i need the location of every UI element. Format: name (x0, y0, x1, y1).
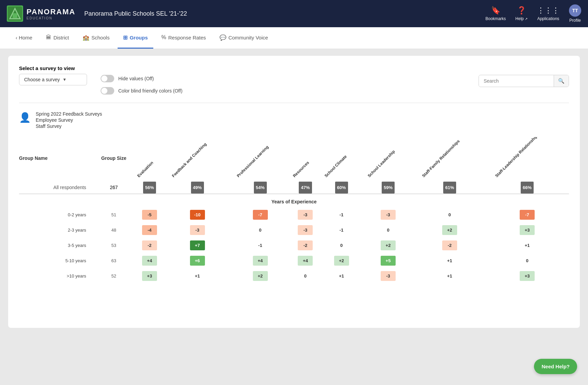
chevron-down-icon: ▼ (63, 77, 67, 82)
cell-5-10-4: +2 (321, 253, 362, 268)
cell-2-3-3: -3 (290, 222, 321, 238)
groups-icon: ⊞ (123, 34, 127, 41)
cell-10p-6: +1 (414, 268, 485, 284)
survey-info-row: 👤 Spring 2022 Feedback Surveys Employee … (19, 111, 569, 129)
hide-values-toggle[interactable] (101, 75, 114, 82)
schools-label: Schools (91, 35, 109, 40)
all-respondents-size: 267 (93, 181, 135, 194)
profile-label: Profile (569, 18, 581, 23)
col-header-group-name: Group Name (19, 137, 93, 181)
help-icon: ❓ (517, 6, 526, 15)
table-row: 5-10 years 63 +4 +6 +4 +4 +2 +5 +1 0 (19, 253, 569, 268)
survey-dropdown-text: Choose a survey (24, 77, 60, 82)
bookmarks-nav-item[interactable]: 🔖 Bookmarks (485, 6, 506, 21)
search-button[interactable]: 🔍 (554, 75, 569, 87)
color-blind-label: Color blind friendly colors (Off) (118, 88, 183, 94)
all-respondents-v4: 60% (321, 181, 362, 194)
cell-10p-3: 0 (290, 268, 321, 284)
help-nav-item[interactable]: ❓ Help ↗ (515, 6, 528, 21)
cell-2-3-7: +3 (485, 222, 569, 238)
cell-10p-1: +1 (165, 268, 230, 284)
cell-5-10-2: +4 (230, 253, 290, 268)
nav-groups[interactable]: ⊞ Groups (118, 27, 153, 49)
top-nav: PANORAMA EDUCATION Panorama Public Schoo… (0, 0, 588, 27)
cell-3-5-4: 0 (321, 238, 362, 253)
school-title: Panorama Public Schools SEL '21-'22 (84, 10, 187, 17)
nav-district[interactable]: 🏛 District (40, 27, 74, 49)
home-label: ‹ Home (16, 35, 32, 40)
table-row: 3-5 years 53 -2 +7 -1 -2 0 +2 -2 +1 (19, 238, 569, 253)
cell-3-5-3: -2 (290, 238, 321, 253)
logo-area: PANORAMA EDUCATION Panorama Public Schoo… (7, 5, 480, 22)
nav-response-rates[interactable]: % Response Rates (156, 27, 211, 49)
nav-community-voice[interactable]: 💬 Community Voice (214, 27, 274, 49)
cell-2-3-5: 0 (362, 222, 414, 238)
nav-home[interactable]: ‹ Home (10, 27, 38, 49)
row-name-5-10: 5-10 years (19, 253, 93, 268)
main-wrapper: Select a survey to view Choose a survey … (0, 49, 588, 335)
cell-10p-4: +1 (321, 268, 362, 284)
all-respondents-v1: 49% (165, 181, 230, 194)
all-respondents-v6: 61% (414, 181, 485, 194)
response-rates-label: Response Rates (168, 35, 206, 40)
row-name-0-2: 0-2 years (19, 207, 93, 222)
survey-info-text: Spring 2022 Feedback Surveys Employee Su… (36, 111, 102, 129)
cell-5-10-1: +6 (165, 253, 230, 268)
survey-line1: Spring 2022 Feedback Surveys (36, 111, 102, 117)
cell-0-2-4: -1 (321, 207, 362, 222)
applications-nav-item[interactable]: ⋮⋮⋮ Applications (537, 6, 559, 21)
col-header-school-leadership: School Leadership (362, 137, 414, 181)
hide-values-label: Hide values (Off) (118, 76, 154, 81)
survey-line2: Employee Survey (36, 117, 102, 123)
logo-icon (7, 5, 23, 22)
bookmarks-label: Bookmarks (485, 16, 506, 21)
all-respondents-v0: 56% (135, 181, 165, 194)
data-table-wrap: Group Name Group Size Evaluation Feedbac… (19, 137, 569, 284)
row-size-5-10: 63 (93, 253, 135, 268)
groups-label: Groups (129, 35, 148, 40)
survey-dropdown[interactable]: Choose a survey ▼ (19, 74, 87, 85)
help-label: Help ↗ (515, 16, 528, 21)
col-header-staff-family: Staff-Family Relationships (414, 137, 485, 181)
district-label: District (53, 35, 69, 40)
cell-10p-5: -3 (362, 268, 414, 284)
col-header-professional: Professional Learning (230, 137, 290, 181)
divider (19, 103, 569, 103)
search-input[interactable] (479, 76, 554, 86)
grid-icon: ⋮⋮⋮ (537, 6, 559, 15)
profile-nav-item[interactable]: TT Profile (569, 4, 581, 23)
data-table: Group Name Group Size Evaluation Feedbac… (19, 137, 569, 284)
cell-3-5-0: -2 (135, 238, 165, 253)
cell-10p-2: +2 (230, 268, 290, 284)
col-header-feedback: Feedback and Coaching (165, 137, 230, 181)
cell-5-10-5: +5 (362, 253, 414, 268)
cell-5-10-6: +1 (414, 253, 485, 268)
row-name-10plus: >10 years (19, 268, 93, 284)
cell-2-3-4: -1 (321, 222, 362, 238)
schools-icon: 🏫 (83, 34, 89, 41)
cell-10p-0: +3 (135, 268, 165, 284)
col-header-resources: Resources (290, 137, 321, 181)
cell-3-5-1: +7 (165, 238, 230, 253)
svg-rect-2 (13, 13, 17, 18)
search-input-wrap: 🔍 (479, 75, 569, 87)
hide-values-toggle-row: Hide values (Off) (101, 75, 465, 82)
table-row: >10 years 52 +3 +1 +2 0 +1 -3 +1 +3 (19, 268, 569, 284)
cell-2-3-2: 0 (230, 222, 290, 238)
cell-0-2-3: -3 (290, 207, 321, 222)
survey-selector: Select a survey to view Choose a survey … (19, 65, 87, 85)
color-blind-toggle[interactable] (101, 87, 114, 95)
search-area: 🔍 (479, 65, 569, 87)
avatar: TT (569, 4, 581, 17)
table-row: 0-2 years 51 -5 -10 -7 -3 -1 -3 0 -7 (19, 207, 569, 222)
all-respondents-v7: 66% (485, 181, 569, 194)
row-all-respondents: All respondents 267 56% 49% 54% 47% 60% … (19, 181, 569, 194)
cell-5-10-3: +4 (290, 253, 321, 268)
row-size-3-5: 53 (93, 238, 135, 253)
cell-0-2-0: -5 (135, 207, 165, 222)
person-icon: 👤 (19, 112, 31, 123)
brand-name: PANORAMA (27, 7, 75, 16)
cell-5-10-7: 0 (485, 253, 569, 268)
nav-schools[interactable]: 🏫 Schools (77, 27, 115, 49)
col-header-group-size: Group Size (93, 137, 135, 181)
